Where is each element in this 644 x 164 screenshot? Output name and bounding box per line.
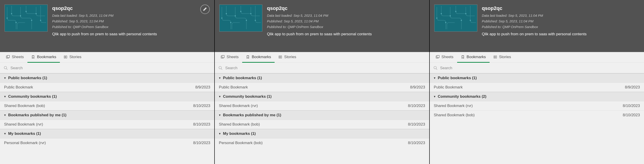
meta-published: Published: Sep 5, 2023, 11:04 PM xyxy=(52,19,157,23)
svg-point-40 xyxy=(434,66,436,69)
bookmark-name: Shared Bookmark (rvr) xyxy=(219,104,258,108)
bookmark-row[interactable]: Shared Bookmark (bob) 8/10/2023 xyxy=(430,110,644,120)
tab-sheets[interactable]: Sheets xyxy=(432,52,457,63)
svg-rect-24 xyxy=(222,55,224,58)
tab-stories[interactable]: Stories xyxy=(490,52,515,63)
bookmark-row[interactable]: Personal Bookmark (bob) 8/10/2023 xyxy=(215,138,429,148)
section-title: Community bookmarks (1) xyxy=(8,94,57,99)
chevron-down-icon: ▼ xyxy=(4,77,6,80)
chevron-down-icon: ▼ xyxy=(218,132,221,135)
edit-button[interactable] xyxy=(200,4,210,14)
app-thumbnail-graphic xyxy=(5,5,48,31)
meta-published-to: Published to: QMP OnPrem Sandbox xyxy=(482,24,587,29)
sheets-icon xyxy=(221,55,225,59)
tab-label: Sheets xyxy=(226,55,238,59)
meta-loaded: Data last loaded: Sep 5, 2023, 11:04 PM xyxy=(52,13,157,18)
app-header: qsop2qc Data last loaded: Sep 5, 2023, 1… xyxy=(215,0,429,52)
section-header[interactable]: ▼ My bookmarks (1) xyxy=(0,129,214,138)
bookmark-date: 8/10/2023 xyxy=(193,122,210,127)
search-bar xyxy=(430,63,644,73)
bookmark-name: Shared Bookmark (bob) xyxy=(219,122,260,127)
bookmark-row[interactable]: Public Bookmark 8/9/2023 xyxy=(430,82,644,92)
svg-point-1 xyxy=(11,13,12,14)
app-header: qsop2qc Data last loaded: Sep 5, 2023, 1… xyxy=(430,0,644,52)
bookmark-date: 8/10/2023 xyxy=(623,113,640,117)
tab-label: Sheets xyxy=(442,55,454,59)
section-header[interactable]: ▼ Public bookmarks (1) xyxy=(430,73,644,82)
svg-point-18 xyxy=(246,20,247,21)
app-panel: qsop2qc Data last loaded: Sep 5, 2023, 1… xyxy=(215,0,430,164)
tab-sheets[interactable]: Sheets xyxy=(2,52,28,63)
meta-published-to: Published to: QMP OnPrem Sandbox xyxy=(52,24,157,29)
app-thumbnail-graphic xyxy=(434,5,477,31)
bookmark-row[interactable]: Shared Bookmark (rvr) 8/10/2023 xyxy=(0,120,214,129)
bookmark-row[interactable]: Public Bookmark 8/9/2023 xyxy=(215,82,429,92)
bookmark-row[interactable]: Personal Bookmark (rvr) 8/10/2023 xyxy=(0,138,214,148)
header-text-block: qsop2qc Data last loaded: Sep 5, 2023, 1… xyxy=(482,4,587,48)
tab-label: Stories xyxy=(499,55,511,59)
search-icon xyxy=(218,66,223,70)
tab-stories[interactable]: Stories xyxy=(60,52,85,63)
tab-bookmarks[interactable]: Bookmarks xyxy=(242,52,274,63)
meta-published: Published: Sep 5, 2023, 11:04 PM xyxy=(482,19,587,23)
search-input[interactable] xyxy=(440,66,640,70)
chevron-down-icon: ▼ xyxy=(218,95,221,98)
search-input[interactable] xyxy=(10,66,211,70)
section-header[interactable]: ▼ Bookmarks published by me (1) xyxy=(215,110,429,120)
bookmark-name: Shared Bookmark (rvr) xyxy=(4,122,43,127)
bookmark-date: 8/9/2023 xyxy=(410,85,425,89)
tab-sheets[interactable]: Sheets xyxy=(217,52,242,63)
chevron-down-icon: ▼ xyxy=(218,77,221,80)
meta-loaded: Data last loaded: Sep 5, 2023, 11:04 PM xyxy=(267,13,372,18)
app-title: qsop2qc xyxy=(52,5,157,11)
svg-point-17 xyxy=(240,11,242,12)
tab-label: Bookmarks xyxy=(467,55,486,59)
svg-line-13 xyxy=(6,69,8,70)
bookmark-name: Personal Bookmark (rvr) xyxy=(4,141,46,145)
section-header[interactable]: ▼ Public bookmarks (1) xyxy=(215,73,429,82)
bookmark-date: 8/10/2023 xyxy=(193,141,210,145)
bookmark-row[interactable]: Shared Bookmark (bob) 8/10/2023 xyxy=(0,101,214,110)
section-header[interactable]: ▼ Community bookmarks (1) xyxy=(215,92,429,101)
svg-point-4 xyxy=(31,20,32,21)
svg-point-12 xyxy=(4,66,6,69)
bookmark-name: Public Bookmark xyxy=(434,85,463,89)
section-title: My bookmarks (1) xyxy=(8,131,41,136)
section-title: Bookmarks published by me (1) xyxy=(223,113,281,117)
app-description: Qlik app to push from on prem to saas wi… xyxy=(267,32,372,36)
section-header[interactable]: ▼ Community bookmarks (1) xyxy=(0,92,214,101)
section-header[interactable]: ▼ Bookmarks published by me (1) xyxy=(0,110,214,120)
section-title: Community bookmarks (1) xyxy=(223,94,272,99)
search-input[interactable] xyxy=(225,66,426,70)
chevron-down-icon: ▼ xyxy=(4,95,6,98)
bookmark-date: 8/10/2023 xyxy=(193,104,210,108)
section-header[interactable]: ▼ My bookmarks (1) xyxy=(215,129,429,138)
bookmark-row[interactable]: Shared Bookmark (rvr) 8/10/2023 xyxy=(430,101,644,110)
bookmark-row[interactable]: Shared Bookmark (bob) 8/10/2023 xyxy=(215,120,429,129)
svg-point-33 xyxy=(465,13,466,14)
tab-stories[interactable]: Stories xyxy=(274,52,300,63)
tabs-bar: Sheets Bookmarks Stories xyxy=(430,52,644,63)
section-header[interactable]: ▼ Community bookmarks (2) xyxy=(430,92,644,101)
svg-point-16 xyxy=(235,15,236,16)
chevron-down-icon: ▼ xyxy=(4,132,6,135)
chevron-down-icon: ▼ xyxy=(433,77,436,80)
section-title: Community bookmarks (2) xyxy=(438,94,486,99)
tab-label: Stories xyxy=(284,55,296,59)
tab-bookmarks[interactable]: Bookmarks xyxy=(28,52,60,63)
section-title: Bookmarks published by me (1) xyxy=(8,113,66,117)
bookmark-icon xyxy=(31,55,35,59)
tabs-bar: Sheets Bookmarks Stories xyxy=(215,52,429,63)
search-bar xyxy=(215,63,429,73)
tab-bookmarks[interactable]: Bookmarks xyxy=(457,52,490,63)
bookmark-name: Personal Bookmark (bob) xyxy=(219,141,262,145)
svg-point-29 xyxy=(440,13,442,14)
bookmark-row[interactable]: Shared Bookmark (rvr) 8/10/2023 xyxy=(215,101,429,110)
header-text-block: qsop2qc Data last loaded: Sep 5, 2023, 1… xyxy=(52,4,157,48)
meta-published: Published: Sep 5, 2023, 11:04 PM xyxy=(267,19,372,23)
chevron-down-icon: ▼ xyxy=(218,114,221,117)
section-header[interactable]: ▼ Public bookmarks (1) xyxy=(0,73,214,82)
header-text-block: qsop2qc Data last loaded: Sep 5, 2023, 1… xyxy=(267,4,372,48)
tabs-bar: Sheets Bookmarks Stories xyxy=(0,52,214,63)
bookmark-row[interactable]: Public Bookmark 8/9/2023 xyxy=(0,82,214,92)
